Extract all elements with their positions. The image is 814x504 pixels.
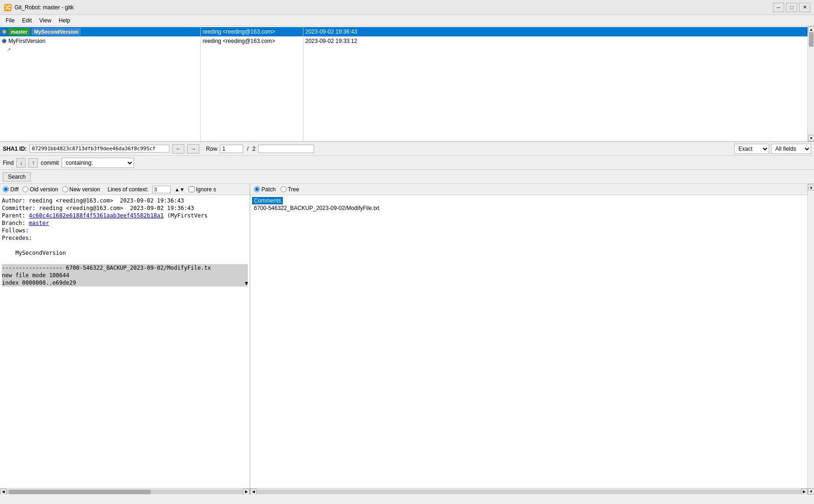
scroll-track — [808, 33, 814, 135]
patch-radio-label[interactable]: Patch — [254, 186, 276, 193]
menu-edit[interactable]: Edit — [18, 16, 35, 25]
ignore-label[interactable]: Ignore s — [189, 186, 216, 193]
sha1-input[interactable] — [29, 145, 169, 153]
patch-radio[interactable] — [254, 186, 260, 192]
diff-label: Diff — [10, 186, 19, 193]
row-slash: / — [247, 146, 248, 152]
diff-hscroll: ◀ ▶ — [0, 488, 250, 495]
file-hscroll-track — [257, 490, 801, 494]
commit-author-row-1[interactable]: reeding <reeding@163.com> — [201, 36, 303, 46]
app-icon: 🔀 — [4, 4, 12, 11]
date-text-0: 2023-09-02 19:36:43 — [305, 28, 357, 35]
cursor-indicator: ↗ — [0, 47, 200, 53]
diff-line-mode: new file mode 100644 — [2, 272, 248, 279]
diff-line-committer: Committer: reeding <reeding@163.com> 202… — [2, 204, 248, 212]
hscroll-right-btn[interactable]: ▶ — [243, 489, 250, 495]
diff-radio-label[interactable]: Diff — [3, 186, 19, 193]
patch-label: Patch — [261, 186, 276, 193]
maximize-button[interactable]: □ — [786, 3, 797, 12]
new-version-label: New version — [70, 186, 100, 193]
find-up-btn[interactable]: ↑ — [28, 158, 38, 168]
commit-list-scrollbar[interactable]: ▲ ▼ — [807, 26, 814, 141]
branch-link[interactable]: master — [29, 220, 49, 226]
sha1-label: SHA1 ID: — [3, 146, 27, 152]
file-panel: Patch Tree Comments 6700-546322_BACKUP_2… — [250, 184, 807, 495]
file-vscroll-down-btn[interactable]: ▼ — [808, 488, 814, 495]
commit-author-column: reeding <reeding@163.com> reeding <reedi… — [201, 26, 303, 141]
scroll-down-btn[interactable]: ▼ — [808, 135, 814, 141]
sha1-next-btn[interactable]: → — [187, 144, 199, 154]
find-down-btn[interactable]: ↓ — [16, 158, 26, 168]
file-hscroll: ◀ ▶ — [250, 488, 807, 495]
hscroll-left-btn[interactable]: ◀ — [0, 489, 7, 495]
diff-content: Author: reeding <reeding@163.com> 2023-0… — [0, 195, 250, 488]
menu-view[interactable]: View — [35, 16, 55, 25]
author-text-0: reeding <reeding@163.com> — [203, 28, 275, 35]
new-version-radio[interactable] — [62, 186, 68, 192]
commit-row-0[interactable]: master MySecondVersion — [0, 27, 200, 36]
menu-file[interactable]: File — [2, 16, 18, 25]
commit-graph-column: master MySecondVersion MyFirstVersion ↗ — [0, 26, 201, 141]
branch-master-tag[interactable]: master — [8, 28, 30, 35]
commit-label-1: MyFirstVersion — [8, 38, 45, 44]
diff-line-parent: Parent: 4c60c4c1682e6188f4f5361aab3eef45… — [2, 212, 248, 219]
diff-line-blank2 — [2, 257, 248, 264]
main-content: Diff Old version New version Lines of co… — [0, 184, 814, 495]
diff-line-author: Author: reeding <reeding@163.com> 2023-0… — [2, 197, 248, 204]
title-bar-text: Git_Robot: master - gitk — [14, 4, 773, 11]
commit-date-row-0[interactable]: 2023-09-02 19:36:43 — [303, 27, 807, 36]
sha1-prev-btn[interactable]: ← — [172, 144, 184, 154]
find-type-select[interactable]: containing: touching paths: adding/remov… — [62, 158, 134, 168]
diff-line-index: index 0000000..e69de29 — [2, 279, 248, 287]
diff-line-tag: MySecondVersion — [2, 249, 248, 257]
row-total: 2 — [253, 146, 256, 152]
ignore-checkbox[interactable] — [189, 186, 195, 192]
row-label: Row — [206, 146, 217, 152]
hscroll-track — [7, 490, 243, 494]
scroll-up-btn[interactable]: ▲ — [808, 26, 814, 33]
context-label: Lines of context: — [108, 186, 148, 193]
diff-vscroll-arrow[interactable]: ▼ — [244, 280, 250, 287]
hscroll-thumb — [9, 490, 151, 494]
exact-allfields-controls: Exact IgnCase Regexp All fields Author C… — [734, 144, 811, 154]
search-bar: Search — [0, 170, 814, 184]
diff-line-filename: ------------------ 6700-546322_BACKUP_20… — [2, 264, 248, 272]
title-bar-controls: ─ □ ✕ — [773, 3, 810, 12]
parent-link[interactable]: 4c60c4c1682e6188f4f5361aab3eef45582b18a1 — [29, 212, 164, 219]
menu-help[interactable]: Help — [55, 16, 74, 25]
find-bar: Find ↓ ↑ commit containing: touching pat… — [0, 156, 814, 170]
date-text-1: 2023-09-02 19:33:12 — [305, 38, 357, 44]
context-input[interactable] — [152, 186, 171, 193]
comments-item[interactable]: Comments — [252, 197, 806, 204]
diff-line-follows: Follows: — [2, 227, 248, 234]
search-button[interactable]: Search — [3, 172, 31, 182]
file-vscroll[interactable]: ▲ ▼ — [807, 184, 814, 495]
commit-date-row-1[interactable]: 2023-09-02 19:33:12 — [303, 36, 807, 46]
commit-date-column: 2023-09-02 19:36:43 2023-09-02 19:33:12 — [303, 26, 807, 141]
close-button[interactable]: ✕ — [799, 3, 810, 12]
commit-row-1[interactable]: MyFirstVersion — [0, 36, 200, 46]
branch-second-tag[interactable]: MySecondVersion — [32, 28, 81, 35]
file-hscroll-right-btn[interactable]: ▶ — [801, 489, 807, 495]
allfields-select[interactable]: All fields Author Committer Comment SHA1 — [771, 144, 811, 154]
file-item-0[interactable]: 6700-546322_BACKUP_2023-09-02/ModifyFile… — [252, 204, 806, 212]
file-hscroll-left-btn[interactable]: ◀ — [250, 489, 257, 495]
commit-author-row-0[interactable]: reeding <reeding@163.com> — [201, 27, 303, 36]
old-version-radio-label[interactable]: Old version — [22, 186, 58, 193]
file-vscroll-track — [808, 190, 814, 488]
context-spinner[interactable]: ▲▼ — [175, 187, 185, 192]
diff-radio[interactable] — [3, 186, 9, 192]
row-search-input[interactable] — [258, 145, 314, 153]
minimize-button[interactable]: ─ — [773, 3, 784, 12]
tree-radio-label[interactable]: Tree — [281, 186, 299, 193]
tree-radio[interactable] — [281, 186, 287, 192]
commit-dot-1 — [2, 39, 7, 43]
old-version-label: Old version — [30, 186, 58, 193]
file-vscroll-up-btn[interactable]: ▲ — [808, 184, 814, 190]
new-version-radio-label[interactable]: New version — [62, 186, 100, 193]
find-label: Find — [3, 160, 14, 166]
row-current-input[interactable] — [220, 145, 243, 153]
commit-dot-0 — [2, 29, 7, 34]
old-version-radio[interactable] — [22, 186, 28, 192]
exact-select[interactable]: Exact IgnCase Regexp — [734, 144, 769, 154]
